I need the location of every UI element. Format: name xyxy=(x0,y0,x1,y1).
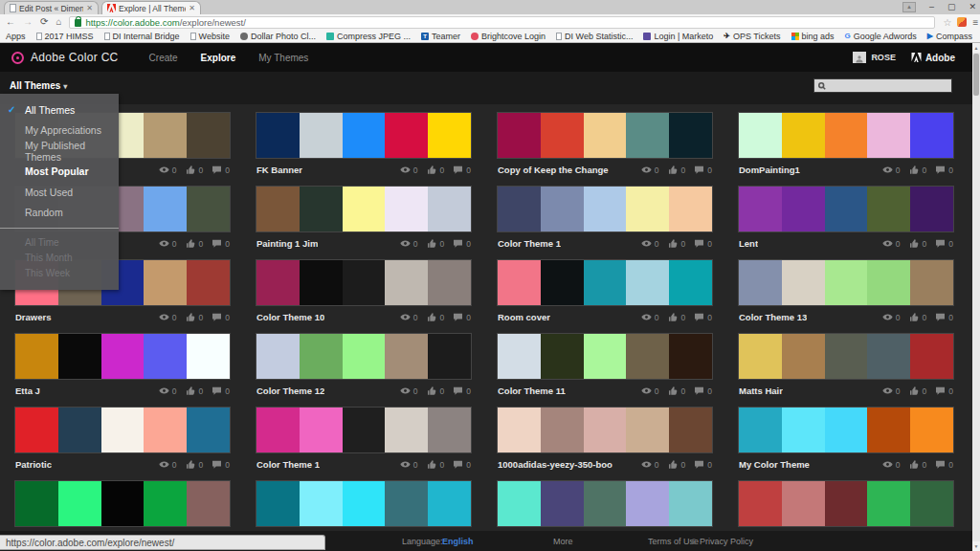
theme-card[interactable]: 1000adidas-yeezy-350-boost-moo...000 xyxy=(498,408,712,476)
bookmark-item[interactable]: Dollar Photo Cl... xyxy=(240,32,316,41)
secure-padlock-icon[interactable] xyxy=(75,19,81,27)
theme-swatches[interactable] xyxy=(256,260,471,305)
theme-swatches[interactable] xyxy=(739,408,953,452)
theme-card[interactable]: Color Theme 11000 xyxy=(498,334,712,403)
home-icon[interactable]: ⌂ xyxy=(56,17,61,27)
theme-name[interactable]: Color Theme 12 xyxy=(256,386,324,396)
scroll-down-icon[interactable]: ▼ xyxy=(972,541,980,551)
nav-create[interactable]: Create xyxy=(149,53,178,63)
bookmark-item[interactable]: Website xyxy=(190,32,230,41)
theme-name[interactable]: Drawers xyxy=(15,312,52,322)
theme-name[interactable]: Color Theme 1 xyxy=(498,238,561,249)
dropdown-item-my-appreciations[interactable]: My Appreciations xyxy=(0,121,119,142)
scrollbar-thumb[interactable] xyxy=(973,54,979,96)
theme-card[interactable]: Copy of Keep the Change000 xyxy=(498,113,712,182)
theme-name[interactable]: 1000adidas-yeezy-350-boost-moo... xyxy=(498,459,612,470)
theme-name[interactable]: DomPainting1 xyxy=(739,165,800,175)
theme-name[interactable]: Copy of Keep the Change xyxy=(498,165,609,175)
theme-card[interactable]: Painting 1 Jim000 xyxy=(256,187,471,255)
search-box[interactable] xyxy=(813,78,952,93)
theme-swatches[interactable] xyxy=(15,408,230,452)
scroll-up-icon[interactable]: ▲ xyxy=(972,43,980,53)
bookmark-item[interactable]: ✈OPS Tickets xyxy=(724,32,780,41)
theme-name[interactable]: Color Theme 1 xyxy=(256,459,320,470)
back-icon[interactable]: ← xyxy=(6,17,15,27)
bookmark-item[interactable]: Compress JPEG ... xyxy=(326,32,411,41)
theme-card[interactable]: Color Theme 10000 xyxy=(256,260,471,329)
theme-swatches[interactable] xyxy=(256,481,471,526)
address-bar[interactable]: https://color.adobe.com /explore/newest/ xyxy=(69,16,935,29)
theme-card[interactable]: Lent000 xyxy=(739,187,953,255)
page-scrollbar[interactable]: ▲ ▼ xyxy=(972,43,980,551)
theme-name[interactable]: Color Theme 10 xyxy=(256,312,324,322)
refresh-icon[interactable]: ⟳ xyxy=(40,17,48,27)
maximize-button[interactable]: ▢ xyxy=(947,2,956,11)
close-button[interactable]: ✕ xyxy=(969,2,976,11)
theme-card[interactable]: Etta J000 xyxy=(15,334,230,403)
tab-close-icon[interactable]: ✕ xyxy=(189,4,195,12)
theme-name[interactable]: Lent xyxy=(739,238,758,249)
theme-name[interactable]: Patriotic xyxy=(15,459,52,470)
themes-filter-dropdown[interactable]: All Themes ▾ xyxy=(10,80,67,91)
forward-icon[interactable]: → xyxy=(23,17,33,27)
theme-swatches[interactable] xyxy=(739,113,953,158)
theme-card[interactable]: DomPainting1000 xyxy=(739,113,953,182)
bookmark-item[interactable]: bing ads xyxy=(791,32,835,41)
tab-edit-post[interactable]: Edit Post « Dimensio ✕ xyxy=(4,1,99,14)
theme-swatches[interactable] xyxy=(498,481,712,526)
bookmark-item[interactable]: GGoogle Adwords xyxy=(845,32,917,41)
theme-name[interactable]: Painting 1 Jim xyxy=(256,238,318,249)
bookmark-item[interactable]: ▶Compass xyxy=(927,32,972,41)
bookmark-star-icon[interactable]: ☆ xyxy=(943,17,951,28)
extension-icon[interactable] xyxy=(957,17,967,27)
theme-name[interactable]: Etta J xyxy=(15,386,40,396)
theme-card[interactable]: Matts Hair000 xyxy=(739,334,953,403)
theme-swatches[interactable] xyxy=(498,260,712,305)
theme-card[interactable]: My Color Theme000 xyxy=(739,408,953,476)
theme-name[interactable]: My Color Theme xyxy=(739,459,810,470)
theme-name[interactable]: Room cover xyxy=(498,312,550,322)
language-select[interactable]: English xyxy=(442,537,474,546)
theme-name[interactable]: Matts Hair xyxy=(739,386,783,396)
adobe-color-logo-icon[interactable] xyxy=(11,52,24,64)
theme-swatches[interactable] xyxy=(256,187,471,231)
bookmark-item[interactable]: Login | Marketo xyxy=(643,32,713,41)
tab-explore-all-themes[interactable]: Explore | All Themes ✕ xyxy=(101,1,201,14)
theme-swatches[interactable] xyxy=(498,113,712,158)
profile-badge[interactable]: ▴ xyxy=(902,2,916,12)
theme-card[interactable]: FK Banner000 xyxy=(256,113,471,182)
theme-swatches[interactable] xyxy=(256,113,471,158)
bookmark-item[interactable]: Brightcove Login xyxy=(471,32,546,41)
search-input[interactable] xyxy=(826,81,941,91)
theme-card[interactable]: Room cover000 xyxy=(498,260,712,329)
dropdown-item-my-published-themes[interactable]: My Published Themes xyxy=(0,141,119,162)
theme-swatches[interactable] xyxy=(256,408,471,452)
tab-close-icon[interactable]: ✕ xyxy=(86,4,93,12)
user-menu[interactable]: ROSE xyxy=(853,52,896,63)
dropdown-item-most-used[interactable]: Most Used xyxy=(0,182,119,203)
dropdown-item-most-popular[interactable]: Most Popular xyxy=(0,162,119,183)
privacy-link[interactable]: Privacy Policy xyxy=(700,537,753,546)
theme-name[interactable]: FK Banner xyxy=(256,165,302,175)
dropdown-item-random[interactable]: Random xyxy=(0,203,119,224)
theme-swatches[interactable] xyxy=(498,408,712,452)
theme-swatches[interactable] xyxy=(739,187,953,231)
chrome-menu-icon[interactable]: ≡ xyxy=(972,17,978,28)
nav-explore[interactable]: Explore xyxy=(201,53,236,63)
adobe-link[interactable]: Adobe xyxy=(911,53,955,63)
bookmark-item[interactable]: TTeamer xyxy=(421,32,460,41)
bookmark-item[interactable]: DI Web Statistic... xyxy=(556,32,633,41)
bookmark-item[interactable]: 2017 HIMSS xyxy=(36,32,94,41)
minimize-button[interactable]: – xyxy=(929,2,934,11)
bookmark-item[interactable]: Apps xyxy=(6,32,26,41)
theme-swatches[interactable] xyxy=(498,187,712,231)
more-link[interactable]: More xyxy=(553,537,573,546)
theme-swatches[interactable] xyxy=(256,334,471,379)
theme-card[interactable]: Patriotic000 xyxy=(15,408,230,476)
theme-swatches[interactable] xyxy=(739,334,953,379)
theme-card[interactable]: Color Theme 13000 xyxy=(739,260,953,329)
bookmark-item[interactable]: DI Internal Bridge xyxy=(104,32,180,41)
nav-my-themes[interactable]: My Themes xyxy=(258,53,308,63)
theme-swatches[interactable] xyxy=(15,334,230,379)
theme-swatches[interactable] xyxy=(739,260,953,305)
